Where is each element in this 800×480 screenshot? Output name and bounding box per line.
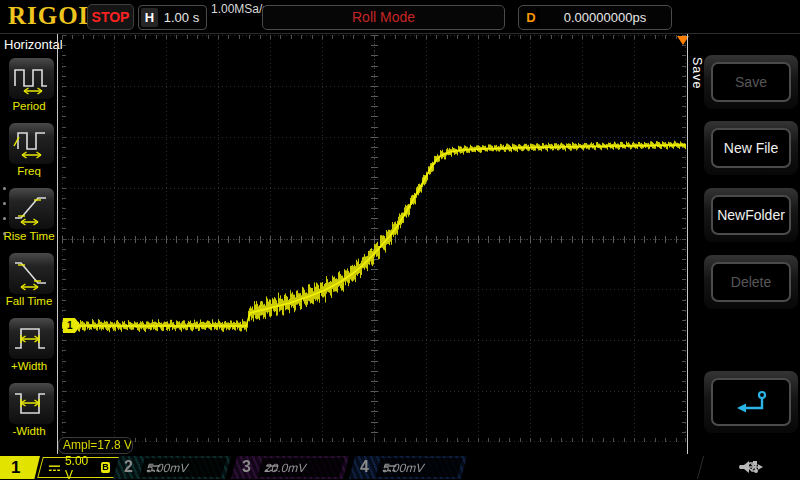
- softkey-label: Delete: [711, 262, 791, 302]
- menu-button-freq[interactable]: [9, 123, 54, 164]
- left-menu-border: [57, 34, 58, 454]
- channel-4-scale: 5.00mV: [381, 461, 426, 475]
- softkey-new-file[interactable]: New File: [704, 121, 798, 175]
- fall-time-icon: [11, 253, 51, 293]
- status-icons: [738, 458, 794, 476]
- sample-rate: 1.00MSa/s: [211, 2, 268, 16]
- softkey-save[interactable]: Save: [704, 55, 798, 109]
- h-label: H: [141, 8, 158, 27]
- menu-button--width[interactable]: [9, 383, 54, 424]
- plus-width-icon: [11, 318, 51, 358]
- oscilloscope-screen: RIGOL STOP H 1.00 s 1.00MSa/s Roll Mode …: [0, 0, 800, 480]
- period-icon: [11, 58, 51, 98]
- delay-value: 0.00000000ps: [543, 6, 667, 29]
- timebase-value: 1.00 s: [160, 6, 203, 29]
- channel-3-number: 3: [242, 458, 251, 476]
- dc-coupling-icon: [48, 463, 61, 473]
- channel-1-tab[interactable]: 5.00 V B: [37, 457, 121, 478]
- menu-button--width[interactable]: [9, 318, 54, 359]
- softkey-label: Save: [711, 62, 791, 102]
- horizontal-timebase-box: H 1.00 s: [138, 5, 207, 30]
- acquisition-mode-indicator: Roll Mode: [262, 5, 505, 30]
- menu-label: +Width: [0, 360, 58, 372]
- d-label: D: [522, 8, 540, 27]
- channel-3-scale: 20.0mV: [263, 461, 308, 475]
- rise-time-icon: [11, 188, 51, 228]
- menu-label: -Width: [0, 425, 58, 437]
- menu-label: Rise Time: [0, 230, 58, 242]
- speaker-muted-icon: [738, 459, 758, 475]
- channel-2-tab[interactable]: 2 5.00mV: [116, 456, 228, 479]
- menu-button-rise-time[interactable]: [9, 188, 54, 229]
- left-menu-title: Horizontal: [4, 37, 63, 52]
- run-state-indicator: STOP: [87, 4, 134, 30]
- softkey-label: NewFolder: [711, 195, 791, 235]
- channel-1-scale: 5.00 V: [65, 454, 97, 480]
- right-menu-border: [687, 34, 688, 454]
- softkey-enter[interactable]: [704, 371, 798, 433]
- measurement-bar: Max=*****Max=18.6 VMax=*****Ampl=*****Am…: [58, 437, 705, 454]
- return-arrow-icon: [729, 388, 773, 416]
- channel-2-number: 2: [124, 458, 133, 476]
- menu-label: Fall Time: [0, 295, 58, 307]
- channel-4-tab[interactable]: 4 5.00mV: [352, 456, 464, 479]
- channel-2-scale: 5.00mV: [145, 461, 190, 475]
- menu-page-dot: [3, 202, 6, 205]
- topbar-divider: [0, 33, 800, 34]
- waveform-display: [62, 35, 686, 442]
- rigol-logo: RIGOL: [8, 2, 96, 30]
- softkey-label: New File: [711, 128, 791, 168]
- measurement-item: Ampl=17.8 V: [58, 437, 133, 454]
- menu-label: Period: [0, 100, 58, 112]
- softkey-delete[interactable]: Delete: [704, 255, 798, 309]
- menu-button-fall-time[interactable]: [9, 253, 54, 294]
- menu-page-dot: [3, 187, 6, 190]
- menu-label: Freq: [0, 165, 58, 177]
- menu-page-dot: [3, 217, 6, 220]
- channel-4-number: 4: [360, 458, 369, 476]
- statusbar-divider: [697, 456, 704, 479]
- save-menu-tab: Save: [690, 57, 704, 90]
- channel-1-button[interactable]: 1: [0, 456, 40, 479]
- delay-box: D 0.00000000ps: [518, 5, 672, 30]
- menu-page-dot: [3, 232, 6, 235]
- softkey-newfolder[interactable]: NewFolder: [704, 188, 798, 242]
- minus-width-icon: [11, 383, 51, 423]
- freq-icon: [11, 123, 51, 163]
- channel-3-tab[interactable]: 3 20.0mV: [234, 456, 346, 479]
- bandwidth-limit-badge: B: [101, 462, 110, 473]
- menu-button-period[interactable]: [9, 58, 54, 99]
